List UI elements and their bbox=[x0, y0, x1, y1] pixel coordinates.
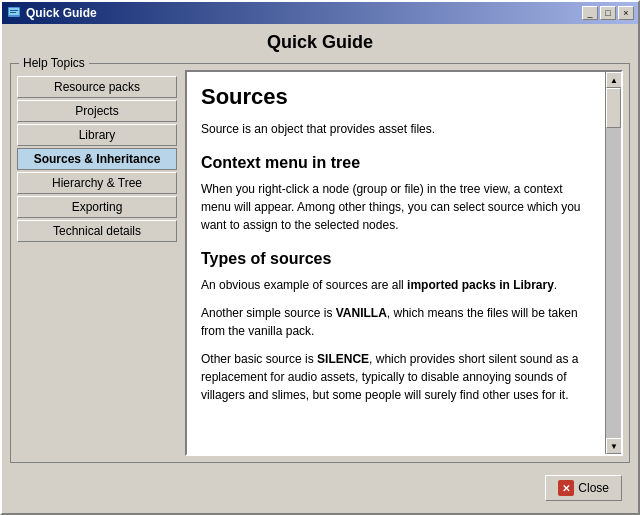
section2-text1: An obvious example of sources are all im… bbox=[201, 276, 591, 294]
section2-text3: Other basic source is SILENCE, which pro… bbox=[201, 350, 591, 404]
content-heading: Sources bbox=[201, 84, 591, 110]
window-icon bbox=[6, 5, 22, 21]
close-label: Close bbox=[578, 481, 609, 495]
scroll-up-button[interactable]: ▲ bbox=[606, 72, 622, 88]
window-title: Quick Guide bbox=[26, 6, 582, 20]
title-bar-buttons: _ □ × bbox=[582, 6, 634, 20]
content-scroll[interactable]: Sources Source is an object that provide… bbox=[187, 72, 605, 454]
section1-text: When you right-click a node (group or fi… bbox=[201, 180, 591, 234]
svg-rect-2 bbox=[10, 10, 18, 11]
nav-hierarchy-tree[interactable]: Hierarchy & Tree bbox=[17, 172, 177, 194]
nav-resource-packs[interactable]: Resource packs bbox=[17, 76, 177, 98]
scroll-down-button[interactable]: ▼ bbox=[606, 438, 622, 454]
maximize-button[interactable]: □ bbox=[600, 6, 616, 20]
scroll-thumb[interactable] bbox=[606, 88, 621, 128]
page-title: Quick Guide bbox=[10, 32, 630, 53]
scroll-track[interactable] bbox=[606, 88, 621, 438]
section1-heading: Context menu in tree bbox=[201, 154, 591, 172]
nav-sources-inheritance[interactable]: Sources & Inheritance bbox=[17, 148, 177, 170]
content-area: Sources Source is an object that provide… bbox=[185, 70, 623, 456]
quick-guide-window: Quick Guide _ □ × Quick Guide Help Topic… bbox=[0, 0, 640, 515]
svg-rect-3 bbox=[10, 12, 16, 13]
title-bar: Quick Guide _ □ × bbox=[2, 2, 638, 24]
nav-projects[interactable]: Projects bbox=[17, 100, 177, 122]
content-intro: Source is an object that provides asset … bbox=[201, 120, 591, 138]
close-icon: ✕ bbox=[558, 480, 574, 496]
nav-exporting[interactable]: Exporting bbox=[17, 196, 177, 218]
nav-library[interactable]: Library bbox=[17, 124, 177, 146]
close-window-button[interactable]: × bbox=[618, 6, 634, 20]
nav-technical-details[interactable]: Technical details bbox=[17, 220, 177, 242]
svg-rect-1 bbox=[9, 8, 19, 15]
section2-text2: Another simple source is VANILLA, which … bbox=[201, 304, 591, 340]
close-button[interactable]: ✕ Close bbox=[545, 475, 622, 501]
help-topics-group: Help Topics Resource packs Projects Libr… bbox=[10, 63, 630, 463]
section2-heading: Types of sources bbox=[201, 250, 591, 268]
minimize-button[interactable]: _ bbox=[582, 6, 598, 20]
left-nav: Resource packs Projects Library Sources … bbox=[17, 70, 177, 456]
window-content: Quick Guide Help Topics Resource packs P… bbox=[2, 24, 638, 513]
footer: ✕ Close bbox=[10, 471, 630, 505]
scrollbar[interactable]: ▲ ▼ bbox=[605, 72, 621, 454]
group-legend: Help Topics bbox=[19, 56, 89, 70]
